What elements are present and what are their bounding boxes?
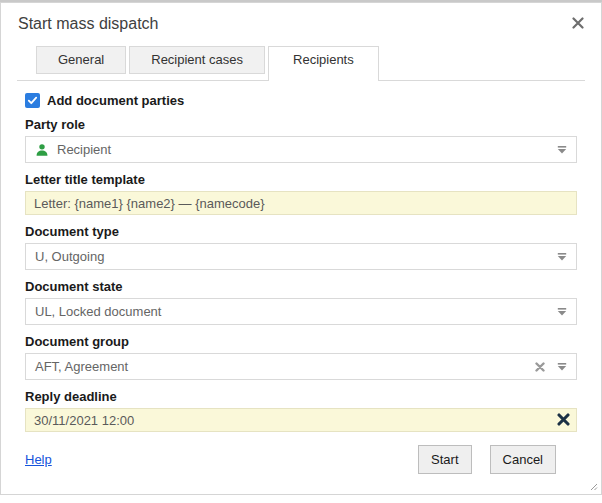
letter-title-input[interactable] xyxy=(25,191,577,215)
chevron-down-icon[interactable] xyxy=(557,362,567,371)
chevron-down-icon[interactable] xyxy=(557,307,567,316)
clear-date-icon[interactable] xyxy=(557,413,570,426)
reply-deadline-wrap xyxy=(25,408,577,432)
document-type-value: U, Outgoing xyxy=(35,249,557,264)
chevron-down-icon[interactable] xyxy=(557,252,567,261)
document-group-value: AFT, Agreement xyxy=(35,359,535,374)
cancel-button[interactable]: Cancel xyxy=(490,445,556,474)
dialog-content: Add document parties Party role Recipien… xyxy=(1,81,601,432)
start-mass-dispatch-dialog: Start mass dispatch General Recipient ca… xyxy=(0,2,602,495)
dialog-title: Start mass dispatch xyxy=(18,15,585,33)
resize-grip[interactable] xyxy=(590,483,598,491)
help-link[interactable]: Help xyxy=(25,452,52,467)
start-button[interactable]: Start xyxy=(418,445,471,474)
party-role-value: Recipient xyxy=(57,142,557,157)
footer-buttons: Start Cancel xyxy=(418,445,556,474)
clear-icon[interactable] xyxy=(535,362,545,372)
add-parties-row: Add document parties xyxy=(25,93,577,108)
dialog-footer: Help Start Cancel xyxy=(25,445,577,474)
close-icon[interactable] xyxy=(571,16,585,30)
add-parties-checkbox[interactable] xyxy=(25,93,40,108)
add-parties-label: Add document parties xyxy=(47,93,184,108)
dialog-titlebar: Start mass dispatch xyxy=(1,3,601,33)
tab-recipient-cases[interactable]: Recipient cases xyxy=(129,46,265,74)
party-role-select[interactable]: Recipient xyxy=(25,136,577,163)
reply-deadline-label: Reply deadline xyxy=(25,389,577,404)
document-group-select[interactable]: AFT, Agreement xyxy=(25,353,577,380)
document-state-value: UL, Locked document xyxy=(35,304,557,319)
reply-deadline-input[interactable] xyxy=(25,408,577,432)
letter-title-wrap xyxy=(25,191,577,215)
chevron-down-icon[interactable] xyxy=(557,145,567,154)
party-role-label: Party role xyxy=(25,117,577,132)
document-group-label: Document group xyxy=(25,334,577,349)
document-state-select[interactable]: UL, Locked document xyxy=(25,298,577,325)
document-state-label: Document state xyxy=(25,279,577,294)
tabstrip: General Recipient cases Recipients xyxy=(17,46,585,81)
document-type-select[interactable]: U, Outgoing xyxy=(25,243,577,270)
document-type-label: Document type xyxy=(25,224,577,239)
tab-recipients[interactable]: Recipients xyxy=(268,46,379,81)
tab-general[interactable]: General xyxy=(36,46,126,74)
person-icon xyxy=(35,143,49,157)
letter-title-label: Letter title template xyxy=(25,172,577,187)
checkmark-icon xyxy=(27,95,38,106)
